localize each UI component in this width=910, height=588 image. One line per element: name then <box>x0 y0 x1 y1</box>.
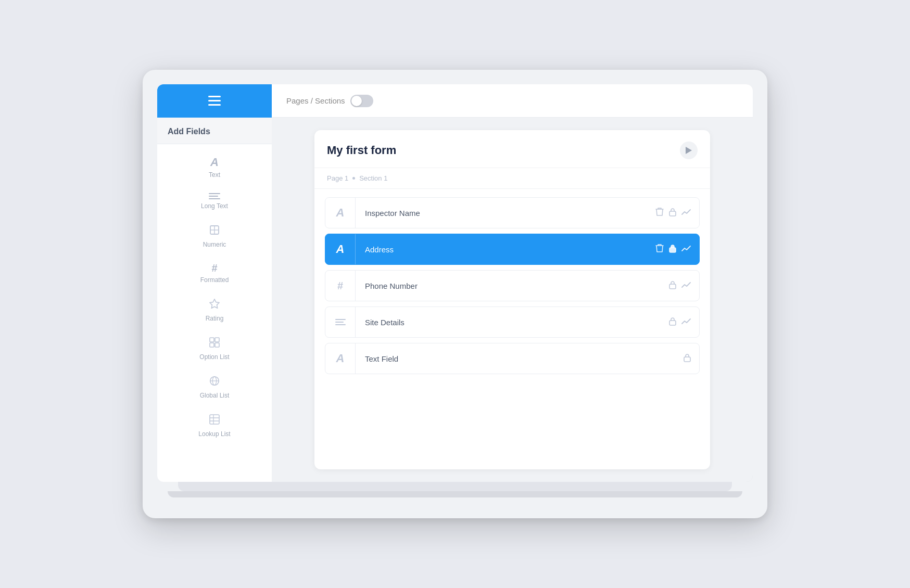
lock-icon-phone-number[interactable] <box>669 280 676 291</box>
trend-icon-inspector-name[interactable] <box>681 208 691 218</box>
option-list-icon <box>209 337 220 350</box>
svg-rect-11 <box>210 415 219 424</box>
field-label-address: Address <box>356 245 647 254</box>
svg-marker-3 <box>210 299 219 308</box>
field-actions-site-details <box>661 317 699 328</box>
svg-rect-17 <box>669 248 676 252</box>
breadcrumb-section: Section 1 <box>359 174 387 182</box>
pages-sections-toggle[interactable] <box>350 95 373 107</box>
svg-rect-20 <box>684 357 690 362</box>
sidebar-item-option-list-label: Option List <box>199 353 229 361</box>
long-text-icon <box>209 193 220 199</box>
form-fields: A Inspector Name <box>314 189 710 382</box>
lock-icon-inspector-name[interactable] <box>669 208 676 219</box>
global-list-icon <box>209 375 220 389</box>
lock-icon-address[interactable] <box>669 244 676 255</box>
sidebar-item-option-list[interactable]: Option List <box>157 329 272 368</box>
field-actions-phone-number <box>661 280 699 291</box>
svg-rect-18 <box>669 284 676 289</box>
sidebar-item-long-text-label: Long Text <box>201 202 228 210</box>
sidebar: Add Fields A Text <box>157 118 272 482</box>
hamburger-icon <box>208 96 221 106</box>
pages-sections-area: Pages / Sections <box>272 95 388 107</box>
field-icon-inspector-name: A <box>325 198 356 228</box>
form-header: My first form <box>314 130 710 168</box>
field-icon-site-details <box>325 307 356 337</box>
field-row-site-details[interactable]: Site Details <box>325 306 700 338</box>
breadcrumb-page: Page 1 <box>327 174 348 182</box>
sidebar-item-rating-label: Rating <box>206 315 224 322</box>
content-area: My first form Page 1 Section 1 <box>272 118 753 482</box>
main-area: Add Fields A Text <box>157 118 753 482</box>
svg-rect-16 <box>669 211 676 216</box>
field-actions-address <box>647 244 699 255</box>
field-row-inspector-name[interactable]: A Inspector Name <box>325 197 700 228</box>
sidebar-item-rating[interactable]: Rating <box>157 291 272 329</box>
sidebar-items: A Text Long Text <box>157 144 272 450</box>
sidebar-item-formatted-label: Formatted <box>200 276 229 284</box>
pages-sections-label: Pages / Sections <box>286 96 345 105</box>
sidebar-item-global-list-label: Global List <box>200 392 230 399</box>
svg-marker-15 <box>686 147 692 154</box>
sidebar-item-text-label: Text <box>209 171 220 178</box>
field-actions-inspector-name <box>647 207 699 219</box>
sidebar-item-lookup-list[interactable]: Lookup List <box>157 406 272 445</box>
field-row-phone-number[interactable]: # Phone Number <box>325 270 700 301</box>
lock-icon-site-details[interactable] <box>669 317 676 328</box>
field-label-inspector-name: Inspector Name <box>356 209 647 218</box>
field-label-site-details: Site Details <box>356 318 661 327</box>
field-icon-text-field: A <box>325 343 356 374</box>
sidebar-item-numeric-label: Numeric <box>203 241 226 248</box>
form-breadcrumb: Page 1 Section 1 <box>314 168 710 189</box>
field-row-text-field[interactable]: A Text Field <box>325 343 700 374</box>
formatted-icon: # <box>211 263 217 273</box>
trend-icon-site-details[interactable] <box>681 317 691 327</box>
lock-icon-text-field[interactable] <box>684 353 691 364</box>
lookup-list-icon <box>209 414 220 427</box>
sidebar-item-text[interactable]: A Text <box>157 149 272 186</box>
rating-icon <box>209 298 220 312</box>
top-bar: Pages / Sections <box>157 84 753 118</box>
sidebar-item-long-text[interactable]: Long Text <box>157 186 272 217</box>
sidebar-title: Add Fields <box>157 118 272 144</box>
form-card: My first form Page 1 Section 1 <box>314 130 710 469</box>
field-actions-text-field <box>675 353 699 364</box>
breadcrumb-separator <box>352 177 355 180</box>
svg-rect-5 <box>215 338 219 342</box>
laptop-frame: Pages / Sections Add Fields A Text <box>143 70 767 518</box>
trend-icon-phone-number[interactable] <box>681 281 691 290</box>
screen: Pages / Sections Add Fields A Text <box>157 84 753 482</box>
form-title: My first form <box>327 144 396 157</box>
delete-icon-address[interactable] <box>655 244 664 255</box>
text-icon: A <box>210 157 219 168</box>
menu-button[interactable] <box>157 84 272 118</box>
svg-rect-4 <box>210 338 214 342</box>
field-label-text-field: Text Field <box>356 354 675 363</box>
field-label-phone-number: Phone Number <box>356 282 661 290</box>
play-button[interactable] <box>680 142 698 159</box>
field-icon-phone-number: # <box>325 271 356 301</box>
svg-rect-6 <box>210 343 214 347</box>
field-row-address[interactable]: A Address <box>325 234 700 265</box>
field-icon-address: A <box>325 234 356 264</box>
sidebar-item-numeric[interactable]: Numeric <box>157 217 272 255</box>
trend-icon-address[interactable] <box>681 245 691 254</box>
svg-rect-19 <box>669 321 676 325</box>
delete-icon-inspector-name[interactable] <box>655 207 664 219</box>
sidebar-item-lookup-list-label: Lookup List <box>198 430 230 438</box>
svg-rect-7 <box>215 343 219 347</box>
numeric-icon <box>209 224 220 238</box>
sidebar-item-formatted[interactable]: # Formatted <box>157 255 272 291</box>
sidebar-item-global-list[interactable]: Global List <box>157 368 272 406</box>
